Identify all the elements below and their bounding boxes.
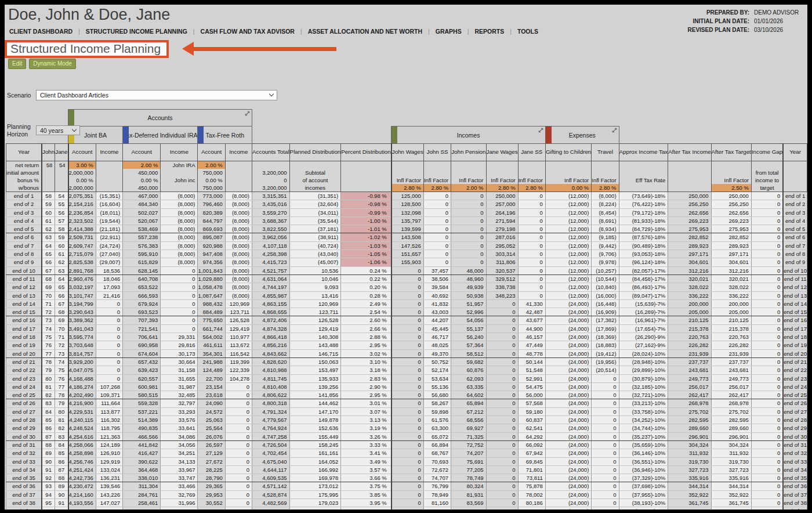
cell: (40,724) xyxy=(289,241,341,250)
cell: (29,899)-10% xyxy=(619,366,668,374)
table-row: end of 1774703,491,0430721,5410661,74412… xyxy=(6,324,807,333)
cell: 344,314 xyxy=(711,482,751,490)
scenario-select[interactable]: Client Dashboard Articles xyxy=(36,90,277,100)
planning-grid: AccountsJoint BATax-Deferred Individual … xyxy=(6,109,807,510)
group-label: Tax-Deferred Individual IRA xyxy=(123,132,197,139)
subheader-line: target xyxy=(752,184,782,192)
table-row: end of 2481774,186,274107,268600,98131,9… xyxy=(6,382,807,391)
cell: end of 31 xyxy=(783,440,807,449)
cell: 269,223 xyxy=(711,216,751,225)
subheader-line xyxy=(96,176,122,184)
cell: 257,000 xyxy=(486,200,518,208)
subheader-line xyxy=(668,169,710,176)
subheader-line xyxy=(546,169,591,176)
cell: 0 xyxy=(486,299,518,308)
subheader-line xyxy=(341,184,391,192)
cell: 0 xyxy=(392,382,424,391)
cell: 3,688,367 xyxy=(252,216,290,225)
cell: (12,000) xyxy=(545,274,591,283)
cell: 3,032,197 xyxy=(68,283,96,291)
nav-item[interactable]: CLIENT DASHBOARD xyxy=(9,28,72,35)
cell: 139,256 xyxy=(289,382,341,391)
cell: 0 xyxy=(751,341,783,349)
cell: (8,000) xyxy=(225,274,252,283)
cell: 3.75 % xyxy=(341,482,392,490)
planning-horizon-select[interactable]: 40 years xyxy=(36,125,80,135)
subheader-line xyxy=(519,169,545,176)
col-header: Account xyxy=(198,144,225,161)
cell: -0.98 % xyxy=(341,192,392,200)
cell: 4,779,567 xyxy=(252,416,290,424)
cell: 83 xyxy=(42,399,55,407)
cell: end of 7 xyxy=(783,241,807,250)
cell: end of 34 xyxy=(6,465,42,474)
cell: 4,764,924 xyxy=(252,424,290,432)
group-color-bar xyxy=(198,127,204,143)
dynamic-mode-button[interactable]: Dynamic Mode xyxy=(29,59,76,69)
cell: 0 xyxy=(518,233,545,241)
cell: 0 xyxy=(96,374,122,382)
edit-button[interactable]: Edit xyxy=(8,59,26,69)
subheader-cell: Infl Factor2.80 % xyxy=(423,161,451,192)
collapse-icon[interactable] xyxy=(611,127,618,135)
cell: 69,845 xyxy=(518,457,545,465)
nav-item[interactable]: TOOLS xyxy=(517,28,538,35)
cell: 304,601 xyxy=(711,258,751,266)
subheader-line xyxy=(55,169,67,176)
cell: (32,185)-10% xyxy=(619,382,668,391)
cell: 120,969 xyxy=(225,299,252,308)
cell: end of 33 xyxy=(783,457,807,465)
cell: 44,207 xyxy=(423,316,451,324)
table-row: end of 3390864,256,746129,919390,62234,1… xyxy=(6,457,807,465)
cell: 79 xyxy=(42,366,55,374)
cell: 0 xyxy=(225,432,252,440)
nav-item[interactable]: REPORTS xyxy=(474,28,504,35)
cell: 319,730 xyxy=(668,457,711,465)
collapse-icon[interactable] xyxy=(538,127,544,135)
subheader-line xyxy=(226,176,252,184)
cell: 58,512 xyxy=(451,349,486,357)
cell: 576,383 xyxy=(123,241,161,250)
nav-item[interactable]: CASH FLOW AND TAX ADVISOR xyxy=(201,28,295,35)
cell: 78,749 xyxy=(451,474,486,482)
cell: (8,000) xyxy=(161,241,198,250)
cell: (93,053)-18% xyxy=(619,250,668,258)
cell: 119,399 xyxy=(225,357,252,366)
chevron-down-icon xyxy=(72,127,77,131)
col-header: Jane xyxy=(55,144,68,161)
cell: 0 xyxy=(751,357,783,366)
subheader-line xyxy=(712,169,751,176)
cell: 89 xyxy=(42,449,55,457)
cell: (8,000) xyxy=(225,266,252,274)
cell: end of 11 xyxy=(6,274,42,283)
cell: (24,000) xyxy=(545,391,591,399)
cell: 3.26 % xyxy=(341,432,392,440)
cell: 205,000 xyxy=(711,308,751,316)
cell: end of 24 xyxy=(783,382,807,391)
cell: 50,144 xyxy=(518,357,545,366)
cell: 311,932 xyxy=(711,449,751,457)
cell: 0 xyxy=(451,192,486,200)
subheader-line xyxy=(392,169,423,176)
cell: 72,752 xyxy=(451,440,486,449)
subheader-line: 2,000,000 xyxy=(69,169,96,176)
cell: 4,810,988 xyxy=(252,366,290,374)
collapse-icon[interactable] xyxy=(244,110,251,118)
cell: 85 xyxy=(55,449,68,457)
cell: 45,445 xyxy=(423,324,451,333)
nav-item[interactable]: ASSET ALLOCATION AND NET WORTH xyxy=(308,28,422,35)
prepared-by-label: PREPARED BY: xyxy=(688,9,750,16)
cell: 4,855,987 xyxy=(252,291,290,299)
cell: 120,969 xyxy=(289,299,341,308)
cell: 311,806 xyxy=(486,258,518,266)
nav-separator: | xyxy=(510,28,512,35)
cell: end of 27 xyxy=(6,407,42,416)
cell: end of 33 xyxy=(6,457,42,465)
cell: 0 xyxy=(518,274,545,283)
cell: (35,237)-10% xyxy=(619,432,668,440)
nav-separator: | xyxy=(467,28,469,35)
cell: 4,186,274 xyxy=(68,382,96,391)
nav-item[interactable]: STRUCTURED INCOME PLANNING xyxy=(86,28,187,35)
cell: (33,213)-10% xyxy=(619,399,668,407)
nav-item[interactable]: GRAPHS xyxy=(436,28,462,35)
